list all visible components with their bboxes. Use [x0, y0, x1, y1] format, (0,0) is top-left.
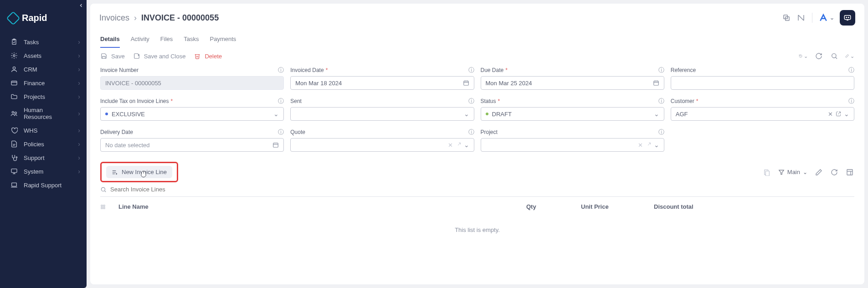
- input-reference[interactable]: [671, 76, 854, 90]
- search-button[interactable]: [830, 51, 839, 61]
- filter-main-dropdown[interactable]: Main ⌄: [778, 168, 808, 176]
- copy-icon[interactable]: [782, 13, 791, 22]
- folder-icon: [10, 93, 18, 100]
- app-switcher[interactable]: ⌄: [819, 13, 834, 22]
- chevron-down-icon[interactable]: ⌄: [464, 141, 469, 149]
- chevron-right-icon: ›: [78, 110, 80, 117]
- select-include-tax[interactable]: EXCLUSIVE ⌄: [100, 107, 284, 121]
- search-invoice-lines-input[interactable]: [110, 186, 247, 193]
- invoice-lines-table-header: Line Name Qty Unit Price Discount total: [90, 197, 864, 216]
- input-invoiced-date[interactable]: Mon Mar 18 2024: [290, 76, 474, 90]
- field-reference: Reference ⓘ: [671, 66, 854, 90]
- info-icon[interactable]: ⓘ: [468, 97, 474, 105]
- layout-icon[interactable]: [845, 168, 854, 177]
- svg-line-20: [836, 57, 837, 59]
- sidebar-item-whs[interactable]: WHS›: [0, 123, 87, 137]
- clear-icon[interactable]: ✕: [638, 142, 643, 149]
- chat-button[interactable]: [840, 10, 855, 26]
- chevron-down-icon[interactable]: ⌄: [654, 141, 659, 149]
- info-icon[interactable]: ⓘ: [658, 97, 664, 105]
- field-status: Status * ⓘ DRAFT ⌄: [481, 97, 664, 121]
- export-icon[interactable]: [762, 168, 771, 177]
- save-button[interactable]: Save: [100, 52, 125, 60]
- info-icon[interactable]: ⓘ: [278, 128, 284, 136]
- sidebar: Rapid Tasks›Assets›CRM›Finance›Projects›…: [0, 0, 87, 288]
- field-quote: Quote ⓘ ✕ ⌄: [290, 128, 474, 152]
- select-project[interactable]: ✕ ⌄: [481, 138, 664, 152]
- select-status[interactable]: DRAFT ⌄: [481, 107, 664, 121]
- info-icon[interactable]: ⓘ: [468, 128, 474, 136]
- info-icon[interactable]: ⓘ: [658, 128, 664, 136]
- save-close-button[interactable]: Save and Close: [133, 52, 186, 60]
- input-delivery-date[interactable]: No date selected: [100, 138, 284, 152]
- col-line-name[interactable]: Line Name: [118, 203, 526, 210]
- info-icon[interactable]: ⓘ: [468, 66, 474, 74]
- sidebar-collapse-button[interactable]: [77, 1, 86, 10]
- tab-payments[interactable]: Payments: [210, 33, 236, 48]
- chevron-right-icon: ›: [78, 66, 80, 73]
- svg-rect-21: [463, 81, 468, 85]
- info-icon[interactable]: ⓘ: [278, 97, 284, 105]
- main-panel: Invoices › INVOICE - 00000055 ⌄: [90, 4, 864, 284]
- sidebar-item-label: Projects: [24, 93, 45, 100]
- sidebar-item-system[interactable]: System›: [0, 165, 87, 178]
- open-icon[interactable]: [456, 142, 461, 148]
- chevron-down-icon: ⌄: [850, 53, 854, 59]
- breadcrumb-parent[interactable]: Invoices: [99, 13, 129, 23]
- calendar-icon[interactable]: [653, 80, 659, 86]
- sidebar-item-crm[interactable]: CRM›: [0, 62, 87, 76]
- chevron-down-icon[interactable]: ⌄: [273, 110, 279, 118]
- col-qty[interactable]: Qty: [526, 203, 581, 210]
- clear-icon[interactable]: ✕: [448, 142, 453, 149]
- field-project: Project ⓘ ✕ ⌄: [481, 128, 664, 152]
- sidebar-item-label: CRM: [24, 66, 37, 73]
- svg-point-5: [12, 111, 14, 113]
- required-marker: *: [171, 98, 173, 104]
- open-icon[interactable]: [646, 142, 651, 148]
- sidebar-item-rapid-support[interactable]: Rapid Support: [0, 178, 87, 192]
- info-icon[interactable]: ⓘ: [658, 66, 664, 74]
- sidebar-item-tasks[interactable]: Tasks›: [0, 35, 87, 49]
- calendar-icon[interactable]: [272, 142, 279, 148]
- edit-icon[interactable]: [814, 168, 823, 177]
- new-invoice-line-button[interactable]: New Invoice Line: [106, 166, 172, 178]
- tab-activity[interactable]: Activity: [131, 33, 149, 48]
- col-discount-total[interactable]: Discount total: [654, 203, 745, 210]
- sidebar-item-support[interactable]: Support›: [0, 151, 87, 165]
- info-icon[interactable]: ⓘ: [278, 66, 284, 74]
- link-button[interactable]: ⌄: [845, 51, 854, 61]
- select-customer[interactable]: AGF ✕ ⌄: [671, 107, 854, 121]
- input-due-date[interactable]: Mon Mar 25 2024: [481, 76, 664, 90]
- tab-tasks[interactable]: Tasks: [184, 33, 199, 48]
- sidebar-item-policies[interactable]: Policies›: [0, 137, 87, 151]
- refresh-button[interactable]: [814, 51, 823, 61]
- open-icon[interactable]: [836, 111, 841, 117]
- svg-rect-4: [11, 81, 17, 85]
- clear-icon[interactable]: ✕: [828, 111, 833, 118]
- sidebar-item-projects[interactable]: Projects›: [0, 90, 87, 103]
- select-quote[interactable]: ✕ ⌄: [290, 138, 474, 152]
- breadcrumb-separator: ›: [134, 13, 137, 23]
- tab-files[interactable]: Files: [160, 33, 173, 48]
- select-sent[interactable]: ⌄: [290, 107, 474, 121]
- chevron-down-icon[interactable]: ⌄: [844, 110, 849, 118]
- sidebar-item-finance[interactable]: Finance›: [0, 76, 87, 90]
- info-icon[interactable]: ⓘ: [848, 66, 854, 74]
- delete-button[interactable]: Delete: [194, 52, 222, 60]
- svg-rect-10: [11, 169, 17, 173]
- notion-icon[interactable]: [796, 13, 806, 22]
- tab-details[interactable]: Details: [100, 33, 120, 48]
- calendar-icon[interactable]: [463, 80, 469, 86]
- chevron-down-icon[interactable]: ⌄: [654, 110, 659, 118]
- sidebar-item-human-resources[interactable]: Human Resources›: [0, 103, 87, 123]
- history-button[interactable]: ⌄: [799, 51, 808, 61]
- chevron-down-icon[interactable]: ⌄: [464, 110, 469, 118]
- refresh-lines-icon[interactable]: [830, 168, 839, 177]
- sidebar-item-assets[interactable]: Assets›: [0, 49, 87, 62]
- label-delivery-date: Delivery Date: [100, 129, 133, 135]
- label-project: Project: [481, 129, 498, 135]
- info-icon[interactable]: ⓘ: [848, 97, 854, 105]
- col-unit-price[interactable]: Unit Price: [581, 203, 654, 210]
- field-delivery-date: Delivery Date ⓘ No date selected: [100, 128, 284, 152]
- list-add-icon: [112, 169, 118, 175]
